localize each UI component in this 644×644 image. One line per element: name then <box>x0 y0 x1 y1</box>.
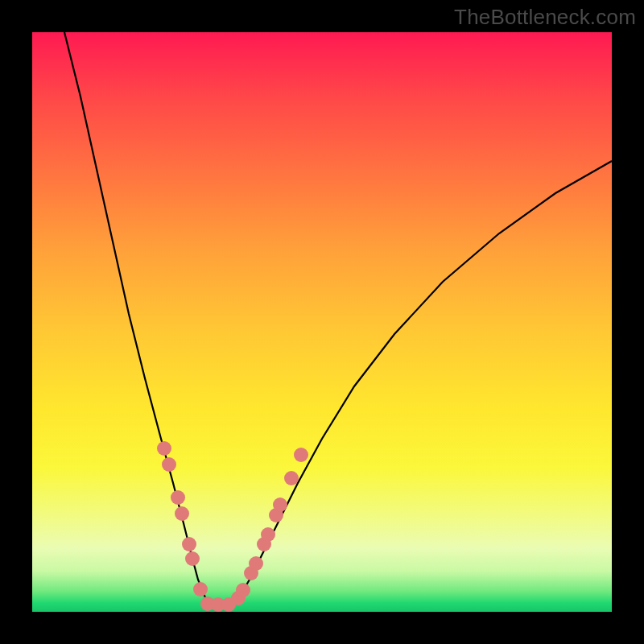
marker-dot <box>284 471 299 485</box>
curve-left-branch <box>64 32 209 605</box>
marker-dot <box>157 441 171 456</box>
outer-frame: TheBottleneck.com <box>0 0 644 644</box>
marker-dot <box>175 506 189 521</box>
marker-dot <box>193 582 208 597</box>
curve-layer <box>32 32 612 612</box>
marker-dot <box>182 537 196 551</box>
marker-dot <box>236 583 250 597</box>
marker-dot <box>261 527 275 542</box>
marker-dot <box>171 490 185 505</box>
marker-dot <box>162 457 176 472</box>
marker-dot <box>249 556 263 571</box>
watermark-text: TheBottleneck.com <box>454 5 636 30</box>
marker-dot <box>185 551 200 566</box>
marker-dot <box>294 448 308 462</box>
curve-right-branch <box>233 161 612 605</box>
marker-dot <box>273 497 287 512</box>
plot-area <box>32 32 612 612</box>
